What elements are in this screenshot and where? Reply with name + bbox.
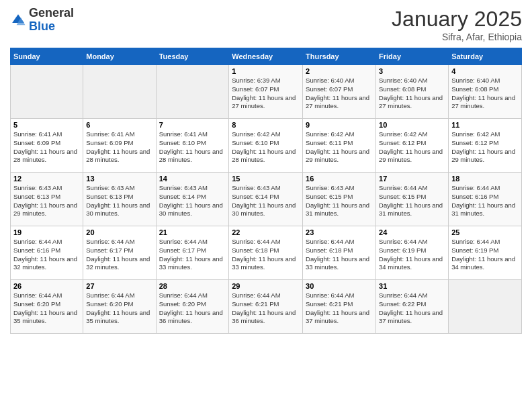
title-section: January 2025 Sifra, Afar, Ethiopia <box>392 7 522 42</box>
logo: General Blue <box>10 7 74 34</box>
cell-content: Sunrise: 6:43 AMSunset: 6:14 PMDaylight:… <box>159 184 226 218</box>
cell-content: Sunrise: 6:44 AMSunset: 6:21 PMDaylight:… <box>306 291 373 326</box>
calendar-cell: 14Sunrise: 6:43 AMSunset: 6:14 PMDayligh… <box>156 173 229 226</box>
weekday-header-sunday: Sunday <box>11 48 83 65</box>
calendar-cell: 22Sunrise: 6:44 AMSunset: 6:18 PMDayligh… <box>229 226 303 280</box>
calendar-cell: 4Sunrise: 6:40 AMSunset: 6:08 PMDaylight… <box>449 65 522 119</box>
cell-content: Sunrise: 6:42 AMSunset: 6:11 PMDaylight:… <box>306 130 373 165</box>
weekday-header-row: SundayMondayTuesdayWednesdayThursdayFrid… <box>11 48 522 65</box>
calendar-cell: 26Sunrise: 6:44 AMSunset: 6:20 PMDayligh… <box>11 280 83 334</box>
calendar-cell: 13Sunrise: 6:43 AMSunset: 6:13 PMDayligh… <box>83 173 156 226</box>
day-number: 2 <box>306 67 373 75</box>
cell-content: Sunrise: 6:44 AMSunset: 6:16 PMDaylight:… <box>451 184 519 218</box>
calendar-cell: 6Sunrise: 6:41 AMSunset: 6:09 PMDaylight… <box>83 119 156 173</box>
header: General Blue January 2025 Sifra, Afar, E… <box>10 7 522 42</box>
calendar-cell: 27Sunrise: 6:44 AMSunset: 6:20 PMDayligh… <box>83 280 156 334</box>
cell-content: Sunrise: 6:44 AMSunset: 6:20 PMDaylight:… <box>13 291 80 326</box>
calendar-cell: 9Sunrise: 6:42 AMSunset: 6:11 PMDaylight… <box>303 119 376 173</box>
day-number: 30 <box>306 282 373 290</box>
weekday-header-wednesday: Wednesday <box>229 48 303 65</box>
day-number: 5 <box>13 121 80 129</box>
week-row-5: 26Sunrise: 6:44 AMSunset: 6:20 PMDayligh… <box>11 280 522 334</box>
cell-content: Sunrise: 6:42 AMSunset: 6:10 PMDaylight:… <box>232 130 300 165</box>
calendar-cell <box>83 65 156 119</box>
calendar-cell: 28Sunrise: 6:44 AMSunset: 6:20 PMDayligh… <box>156 280 229 334</box>
cell-content: Sunrise: 6:44 AMSunset: 6:19 PMDaylight:… <box>379 238 445 272</box>
cell-content: Sunrise: 6:44 AMSunset: 6:22 PMDaylight:… <box>379 291 445 326</box>
cell-content: Sunrise: 6:41 AMSunset: 6:09 PMDaylight:… <box>13 130 80 165</box>
cell-content: Sunrise: 6:40 AMSunset: 6:08 PMDaylight:… <box>451 77 519 111</box>
day-number: 6 <box>86 121 152 129</box>
cell-content: Sunrise: 6:40 AMSunset: 6:08 PMDaylight:… <box>379 77 445 111</box>
calendar-cell: 5Sunrise: 6:41 AMSunset: 6:09 PMDaylight… <box>11 119 83 173</box>
weekday-header-friday: Friday <box>376 48 449 65</box>
day-number: 10 <box>379 121 445 129</box>
logo-icon <box>10 12 26 28</box>
day-number: 29 <box>232 282 300 290</box>
day-number: 14 <box>159 175 226 183</box>
weekday-header-tuesday: Tuesday <box>156 48 229 65</box>
calendar-cell: 3Sunrise: 6:40 AMSunset: 6:08 PMDaylight… <box>376 65 449 119</box>
week-row-1: 1Sunrise: 6:39 AMSunset: 6:07 PMDaylight… <box>11 65 522 119</box>
day-number: 11 <box>451 121 519 129</box>
day-number: 1 <box>232 67 300 75</box>
calendar-cell: 2Sunrise: 6:40 AMSunset: 6:07 PMDaylight… <box>303 65 376 119</box>
day-number: 31 <box>379 282 445 290</box>
day-number: 22 <box>232 228 300 236</box>
day-number: 27 <box>86 282 152 290</box>
cell-content: Sunrise: 6:43 AMSunset: 6:14 PMDaylight:… <box>232 184 300 218</box>
calendar-cell <box>156 65 229 119</box>
weekday-header-thursday: Thursday <box>303 48 376 65</box>
calendar-cell: 8Sunrise: 6:42 AMSunset: 6:10 PMDaylight… <box>229 119 303 173</box>
calendar-cell: 17Sunrise: 6:44 AMSunset: 6:15 PMDayligh… <box>376 173 449 226</box>
week-row-4: 19Sunrise: 6:44 AMSunset: 6:16 PMDayligh… <box>11 226 522 280</box>
page: General Blue January 2025 Sifra, Afar, E… <box>0 0 532 411</box>
day-number: 4 <box>451 67 519 75</box>
cell-content: Sunrise: 6:44 AMSunset: 6:20 PMDaylight:… <box>86 291 152 326</box>
cell-content: Sunrise: 6:41 AMSunset: 6:10 PMDaylight:… <box>159 130 226 165</box>
day-number: 20 <box>86 228 152 236</box>
calendar-cell: 25Sunrise: 6:44 AMSunset: 6:19 PMDayligh… <box>449 226 522 280</box>
cell-content: Sunrise: 6:44 AMSunset: 6:18 PMDaylight:… <box>306 238 373 272</box>
location: Sifra, Afar, Ethiopia <box>392 32 522 42</box>
cell-content: Sunrise: 6:44 AMSunset: 6:16 PMDaylight:… <box>13 238 80 272</box>
cell-content: Sunrise: 6:39 AMSunset: 6:07 PMDaylight:… <box>232 77 300 111</box>
weekday-header-saturday: Saturday <box>449 48 522 65</box>
calendar-cell: 1Sunrise: 6:39 AMSunset: 6:07 PMDaylight… <box>229 65 303 119</box>
calendar-cell <box>449 280 522 334</box>
cell-content: Sunrise: 6:44 AMSunset: 6:19 PMDaylight:… <box>451 238 519 272</box>
weekday-header-monday: Monday <box>83 48 156 65</box>
cell-content: Sunrise: 6:42 AMSunset: 6:12 PMDaylight:… <box>451 130 519 165</box>
cell-content: Sunrise: 6:42 AMSunset: 6:12 PMDaylight:… <box>379 130 445 165</box>
day-number: 28 <box>159 282 226 290</box>
day-number: 9 <box>306 121 373 129</box>
cell-content: Sunrise: 6:44 AMSunset: 6:17 PMDaylight:… <box>159 238 226 272</box>
day-number: 17 <box>379 175 445 183</box>
day-number: 24 <box>379 228 445 236</box>
calendar-cell: 19Sunrise: 6:44 AMSunset: 6:16 PMDayligh… <box>11 226 83 280</box>
calendar-cell <box>11 65 83 119</box>
calendar-cell: 23Sunrise: 6:44 AMSunset: 6:18 PMDayligh… <box>303 226 376 280</box>
calendar-cell: 30Sunrise: 6:44 AMSunset: 6:21 PMDayligh… <box>303 280 376 334</box>
day-number: 18 <box>451 175 519 183</box>
month-year: January 2025 <box>392 7 522 32</box>
day-number: 3 <box>379 67 445 75</box>
day-number: 25 <box>451 228 519 236</box>
week-row-3: 12Sunrise: 6:43 AMSunset: 6:13 PMDayligh… <box>11 173 522 226</box>
calendar-cell: 10Sunrise: 6:42 AMSunset: 6:12 PMDayligh… <box>376 119 449 173</box>
cell-content: Sunrise: 6:43 AMSunset: 6:13 PMDaylight:… <box>86 184 152 218</box>
calendar-cell: 16Sunrise: 6:43 AMSunset: 6:15 PMDayligh… <box>303 173 376 226</box>
day-number: 23 <box>306 228 373 236</box>
calendar-cell: 15Sunrise: 6:43 AMSunset: 6:14 PMDayligh… <box>229 173 303 226</box>
day-number: 19 <box>13 228 80 236</box>
day-number: 8 <box>232 121 300 129</box>
calendar-cell: 7Sunrise: 6:41 AMSunset: 6:10 PMDaylight… <box>156 119 229 173</box>
cell-content: Sunrise: 6:43 AMSunset: 6:15 PMDaylight:… <box>306 184 373 218</box>
day-number: 15 <box>232 175 300 183</box>
cell-content: Sunrise: 6:44 AMSunset: 6:15 PMDaylight:… <box>379 184 445 218</box>
calendar: SundayMondayTuesdayWednesdayThursdayFrid… <box>10 48 522 334</box>
day-number: 26 <box>13 282 80 290</box>
calendar-cell: 18Sunrise: 6:44 AMSunset: 6:16 PMDayligh… <box>449 173 522 226</box>
cell-content: Sunrise: 6:41 AMSunset: 6:09 PMDaylight:… <box>86 130 152 165</box>
calendar-cell: 12Sunrise: 6:43 AMSunset: 6:13 PMDayligh… <box>11 173 83 226</box>
